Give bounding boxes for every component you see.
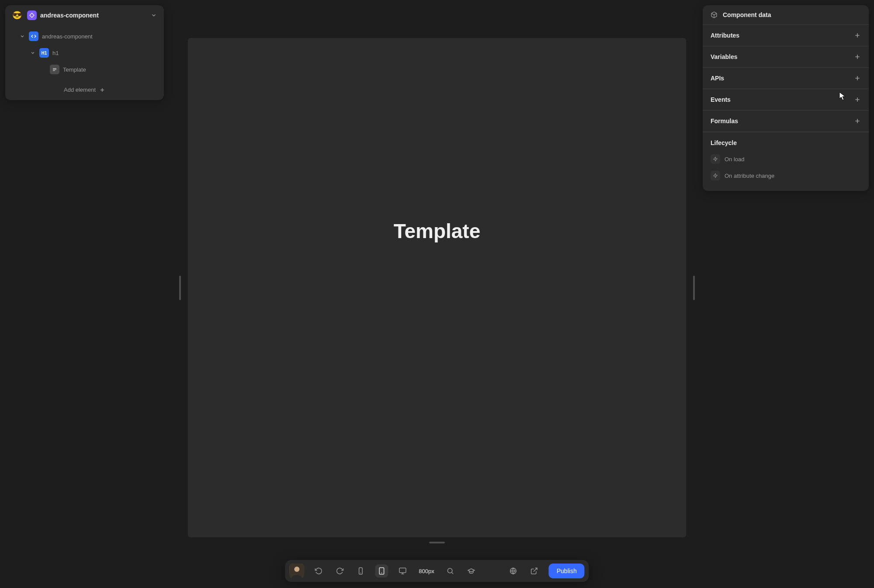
component-icon [27,10,37,20]
component-selector[interactable]: 😎 andreas-component [5,5,164,25]
tree-row-root[interactable]: andreas-component [9,28,160,45]
component-name: andreas-component [40,12,99,19]
section-label: Formulas [711,118,738,125]
resize-handle-bottom[interactable] [429,542,445,543]
tree-label: h1 [52,50,59,56]
project-emoji: 😎 [12,11,22,19]
undo-icon[interactable] [312,564,325,578]
tablet-icon[interactable] [375,564,388,578]
svg-point-19 [294,567,299,572]
add-element-label: Add element [64,86,96,93]
svg-line-32 [534,568,537,571]
redo-icon[interactable] [333,564,346,578]
section-label: Attributes [711,32,739,39]
lifecycle-title: Lifecycle [711,138,861,146]
svg-point-27 [448,568,453,573]
svg-rect-24 [399,568,406,573]
tree-label: andreas-component [42,33,93,40]
section-events[interactable]: Events [703,89,869,111]
lifecycle-label: On attribute change [725,173,774,179]
svg-marker-17 [714,173,718,178]
section-attributes[interactable]: Attributes [703,25,869,46]
bottom-toolbar: 800px Publish [285,560,589,582]
svg-marker-16 [714,157,718,161]
user-avatar[interactable] [289,564,304,578]
cube-icon [711,11,718,18]
plus-icon[interactable] [854,75,861,82]
canvas[interactable]: Template [188,38,686,537]
graduation-cap-icon[interactable] [465,564,478,578]
tree-row-template[interactable]: Template [9,61,160,78]
tree-row-h1[interactable]: H1 h1 [9,45,160,61]
publish-button[interactable]: Publish [549,564,585,578]
plus-icon[interactable] [854,118,861,125]
lifecycle-on-attribute-change[interactable]: On attribute change [711,167,861,184]
plus-icon[interactable] [854,32,861,39]
left-panel: 😎 andreas-component andreas-component H1 [5,5,164,100]
search-icon[interactable] [444,564,457,578]
right-panel-header: Component data [703,5,869,25]
chevron-down-icon [151,12,157,18]
svg-line-28 [452,572,453,574]
play-icon[interactable] [486,564,499,578]
desktop-icon[interactable] [396,564,409,578]
add-element-button[interactable]: Add element [5,80,164,100]
lifecycle-label: On load [725,156,745,163]
mobile-icon[interactable] [354,564,367,578]
section-lifecycle: Lifecycle On load On attribute change [703,132,869,191]
code-icon [29,31,38,41]
section-label: Events [711,96,731,103]
chevron-down-icon [30,50,36,55]
section-apis[interactable]: APIs [703,68,869,89]
tree-label: Template [63,66,86,73]
svg-marker-29 [490,568,495,574]
globe-icon[interactable] [507,564,520,578]
external-link-icon[interactable] [528,564,541,578]
lifecycle-on-load[interactable]: On load [711,151,861,167]
plus-icon [99,87,105,93]
lightning-icon [711,171,720,180]
element-tree: andreas-component H1 h1 Template [5,25,164,79]
section-formulas[interactable]: Formulas [703,111,869,132]
right-panel: Component data Attributes Variables APIs… [703,5,869,191]
text-icon [50,65,59,74]
canvas-heading: Template [394,219,481,243]
section-label: Variables [711,53,738,60]
plus-icon[interactable] [854,96,861,103]
lightning-icon [711,154,720,164]
right-panel-title: Component data [723,11,771,18]
plus-icon[interactable] [854,53,861,60]
section-label: APIs [711,75,724,82]
h1-icon: H1 [39,48,49,58]
section-variables[interactable]: Variables [703,46,869,68]
viewport-size[interactable]: 800px [417,568,436,574]
chevron-down-icon [19,34,25,39]
